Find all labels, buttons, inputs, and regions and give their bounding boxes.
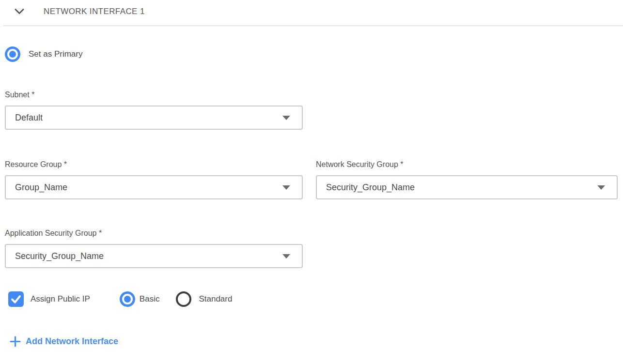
subnet-select[interactable]: Default bbox=[5, 106, 303, 130]
section-header: NETWORK INTERFACE 1 bbox=[0, 0, 623, 17]
network-security-group-field: Network Security Group * Security_Group_… bbox=[316, 160, 618, 199]
caret-down-icon bbox=[282, 116, 290, 120]
subnet-value: Default bbox=[15, 113, 43, 123]
chevron-down-icon[interactable] bbox=[15, 8, 24, 15]
subnet-label: Subnet * bbox=[5, 90, 303, 99]
network-security-group-value: Security_Group_Name bbox=[326, 182, 415, 193]
sku-standard-label: Standard bbox=[199, 294, 232, 304]
resource-group-label: Resource Group * bbox=[5, 160, 303, 169]
resource-group-value: Group_Name bbox=[15, 182, 67, 193]
application-security-group-label: Application Security Group * bbox=[5, 228, 303, 238]
add-network-interface-label: Add Network Interface bbox=[26, 336, 118, 347]
sku-basic-radio[interactable] bbox=[120, 291, 135, 307]
network-interface-panel: NETWORK INTERFACE 1 Set as Primary Subne… bbox=[0, 0, 623, 364]
assign-public-ip-label: Assign Public IP bbox=[31, 294, 90, 304]
check-icon bbox=[8, 291, 24, 307]
caret-down-icon bbox=[282, 254, 290, 258]
application-security-group-value: Security_Group_Name bbox=[15, 251, 104, 261]
plus-icon bbox=[10, 336, 21, 347]
caret-down-icon bbox=[597, 185, 605, 190]
add-network-interface-button[interactable]: Add Network Interface bbox=[10, 336, 118, 347]
section-title: NETWORK INTERFACE 1 bbox=[44, 7, 145, 16]
sku-basic-label: Basic bbox=[140, 294, 160, 304]
section-divider bbox=[3, 25, 623, 26]
assign-public-ip-row: Assign Public IP Basic Standard bbox=[5, 291, 618, 307]
set-as-primary-option[interactable]: Set as Primary bbox=[5, 46, 618, 62]
resource-group-field: Resource Group * Group_Name bbox=[5, 160, 303, 199]
section-content: Set as Primary Subnet * Default Resource… bbox=[0, 46, 623, 347]
radio-dot bbox=[124, 296, 131, 303]
application-security-group-field: Application Security Group * Security_Gr… bbox=[5, 228, 303, 268]
group-fields-row: Resource Group * Group_Name Network Secu… bbox=[5, 160, 618, 199]
resource-group-select[interactable]: Group_Name bbox=[5, 175, 303, 199]
network-security-group-select[interactable]: Security_Group_Name bbox=[316, 175, 618, 199]
radio-dot bbox=[9, 51, 16, 58]
sku-standard-radio[interactable] bbox=[176, 291, 191, 307]
caret-down-icon bbox=[282, 185, 290, 190]
set-as-primary-label: Set as Primary bbox=[29, 49, 82, 59]
assign-public-ip-checkbox[interactable] bbox=[8, 291, 24, 307]
set-as-primary-radio[interactable] bbox=[5, 46, 20, 62]
network-security-group-label: Network Security Group * bbox=[316, 160, 618, 169]
subnet-field: Subnet * Default bbox=[5, 90, 303, 130]
application-security-group-select[interactable]: Security_Group_Name bbox=[5, 244, 303, 268]
